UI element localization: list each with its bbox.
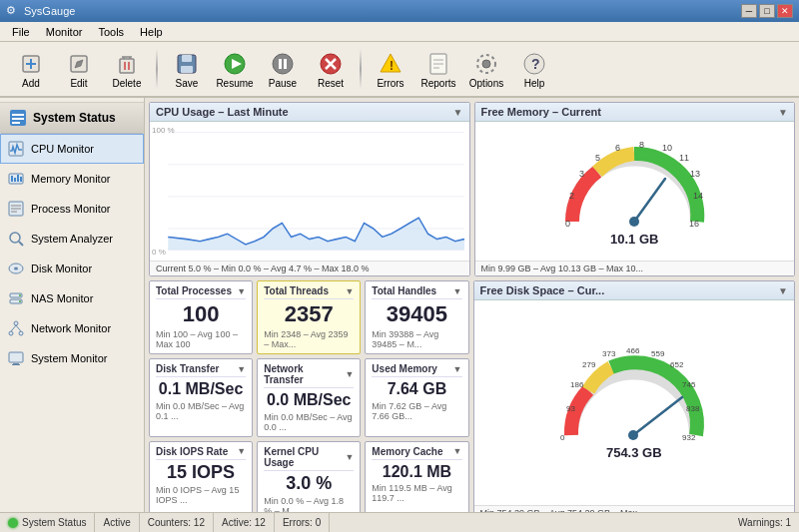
- cpu-chart-arrow[interactable]: ▼: [453, 107, 463, 118]
- disk-transfer-arrow[interactable]: ▼: [237, 364, 246, 374]
- free-memory-footer: Min 9.99 GB – Avg 10.13 GB – Max 10...: [475, 261, 795, 275]
- total-processes-header: Total Processes ▼: [156, 285, 246, 299]
- edit-button[interactable]: Edit: [56, 45, 102, 93]
- free-disk-gauge-svg: 0 93 186 279 373 466 559 652 745 838 932: [556, 345, 711, 455]
- system-monitor-icon: [7, 349, 25, 367]
- reports-label: Reports: [420, 78, 455, 89]
- delete-button[interactable]: Delete: [104, 45, 150, 93]
- reset-button[interactable]: Reset: [308, 45, 354, 93]
- sidebar-item-process[interactable]: Process Monitor: [0, 194, 144, 224]
- free-memory-gauge-svg: 0 2 3 5 6 8 10 11 13 14 16: [557, 137, 712, 242]
- disk-transfer-footer: Min 0.0 MB/Sec – Avg 0.1 ...: [156, 401, 246, 421]
- app-icon: ⚙: [6, 4, 20, 18]
- svg-text:6: 6: [615, 143, 620, 153]
- errors-label: Errors: [377, 78, 403, 89]
- memory-monitor-icon: [7, 170, 25, 188]
- sidebar-item-memory[interactable]: Memory Monitor: [0, 164, 144, 194]
- free-disk-panel: Free Disk Space – Cur... ▼: [473, 280, 796, 512]
- sidebar-item-nas[interactable]: NAS Monitor: [0, 283, 144, 313]
- total-handles-footer: Min 39388 – Avg 39485 – M...: [372, 329, 461, 349]
- maximize-button[interactable]: □: [759, 4, 775, 18]
- free-disk-value: 754.3 GB: [606, 445, 662, 460]
- toolbar-separator-2: [360, 49, 362, 89]
- status-section-errors: Errors: 0: [275, 513, 330, 532]
- network-transfer-arrow[interactable]: ▼: [345, 369, 354, 379]
- svg-rect-39: [17, 175, 19, 182]
- svg-text:5: 5: [595, 153, 600, 163]
- process-monitor-icon: [7, 200, 25, 218]
- svg-text:13: 13: [690, 169, 700, 179]
- nas-monitor-icon: [7, 289, 25, 307]
- menu-help[interactable]: Help: [132, 24, 171, 40]
- disk-transfer-value: 0.1 MB/Sec: [156, 379, 246, 398]
- total-processes-card: Total Processes ▼ 100 Min 100 – Avg 100 …: [149, 280, 253, 354]
- reset-icon: [317, 50, 345, 78]
- svg-text:745: 745: [682, 380, 696, 389]
- disk-iops-arrow[interactable]: ▼: [237, 446, 246, 456]
- svg-line-57: [16, 325, 21, 331]
- cpu-chart-header: CPU Usage – Last Minute ▼: [150, 103, 469, 122]
- errors-button[interactable]: ! Errors: [368, 45, 413, 93]
- used-memory-footer: Min 7.62 GB – Avg 7.66 GB...: [372, 401, 461, 421]
- sidebar-item-system-label: System Monitor: [31, 352, 107, 364]
- free-disk-title: Free Disk Space – Cur...: [480, 284, 605, 296]
- help-label: Help: [524, 78, 545, 89]
- svg-text:10: 10: [662, 143, 672, 153]
- status-section-name: System Status: [0, 513, 95, 532]
- free-memory-gauge-area: 0 2 3 5 6 8 10 11 13 14 16 10.1 GB: [475, 122, 795, 261]
- status-system-label: System Status: [22, 517, 86, 528]
- menu-file[interactable]: File: [4, 24, 38, 40]
- status-active-text: Active: [103, 517, 130, 528]
- menu-monitor[interactable]: Monitor: [38, 24, 91, 40]
- svg-line-79: [633, 397, 682, 435]
- cpu-chart-panel: CPU Usage – Last Minute ▼ 100 % 0 %: [149, 102, 470, 276]
- disk-iops-header: Disk IOPS Rate ▼: [156, 446, 246, 460]
- options-button[interactable]: Options: [463, 45, 509, 93]
- total-processes-arrow[interactable]: ▼: [237, 286, 246, 296]
- svg-text:14: 14: [693, 191, 703, 201]
- total-handles-arrow[interactable]: ▼: [453, 286, 462, 296]
- svg-text:93: 93: [566, 404, 575, 413]
- chart-y-min: 0 %: [152, 248, 166, 257]
- network-transfer-value: 0.0 MB/Sec: [264, 390, 354, 409]
- save-icon: [173, 50, 201, 78]
- sidebar-item-system[interactable]: System Monitor: [0, 343, 144, 373]
- cpu-chart-svg: [150, 122, 469, 261]
- svg-text:8: 8: [639, 140, 644, 150]
- chart-y-max: 100 %: [152, 126, 175, 135]
- total-threads-header: Total Threads ▼: [264, 285, 354, 299]
- svg-rect-11: [182, 55, 192, 62]
- sidebar-item-analyzer[interactable]: System Analyzer: [0, 224, 144, 254]
- menu-tools[interactable]: Tools: [90, 24, 132, 40]
- free-memory-arrow[interactable]: ▼: [778, 107, 788, 118]
- cpu-monitor-icon: [7, 140, 25, 158]
- kernel-cpu-label: Kernel CPU Usage: [264, 446, 345, 468]
- disk-monitor-icon: [7, 260, 25, 277]
- cpu-chart-area: 100 % 0 %: [150, 122, 469, 261]
- status-section-active-count: Active: 12: [214, 513, 275, 532]
- close-button[interactable]: ✕: [777, 4, 793, 18]
- free-disk-arrow[interactable]: ▼: [778, 285, 788, 296]
- sidebar-header: System Status: [0, 102, 144, 134]
- pause-button[interactable]: Pause: [260, 45, 306, 93]
- resume-button[interactable]: Resume: [212, 45, 258, 93]
- help-button[interactable]: ? Help: [511, 45, 557, 93]
- minimize-button[interactable]: ─: [741, 4, 757, 18]
- used-memory-arrow[interactable]: ▼: [453, 364, 462, 374]
- reports-button[interactable]: Reports: [415, 45, 461, 93]
- pause-icon: [269, 50, 297, 78]
- sidebar-item-cpu[interactable]: CPU Monitor: [0, 134, 144, 164]
- sidebar-item-network[interactable]: Network Monitor: [0, 313, 144, 343]
- edit-icon: [65, 50, 93, 78]
- sidebar-item-disk[interactable]: Disk Monitor: [0, 254, 144, 283]
- memory-cache-arrow[interactable]: ▼: [453, 446, 462, 456]
- add-button[interactable]: Add: [8, 45, 54, 93]
- svg-point-45: [10, 233, 20, 243]
- kernel-cpu-arrow[interactable]: ▼: [345, 452, 354, 462]
- delete-label: Delete: [113, 78, 142, 89]
- network-transfer-header: Network Transfer ▼: [264, 363, 354, 388]
- svg-point-51: [19, 294, 21, 296]
- save-button[interactable]: Save: [164, 45, 210, 93]
- total-threads-arrow[interactable]: ▼: [345, 286, 354, 296]
- svg-point-67: [629, 217, 639, 227]
